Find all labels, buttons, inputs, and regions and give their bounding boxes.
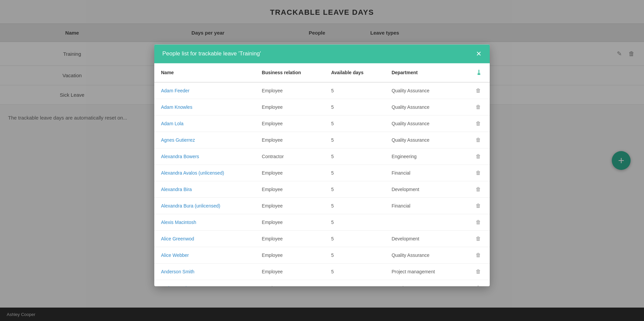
modal-row-available-days: 5: [324, 116, 385, 132]
person-link[interactable]: Andrew Hydon: [161, 285, 192, 286]
modal-table-row: Alexandra Bura (unlicensed)Employee5Fina…: [154, 198, 490, 214]
person-link[interactable]: Anderson Smith: [161, 269, 195, 274]
remove-person-button[interactable]: 🗑: [474, 268, 483, 275]
modal-row-available-days: 5: [324, 231, 385, 247]
modal-row-business: Employee: [255, 165, 325, 181]
modal-header: People list for trackable leave 'Trainin…: [154, 44, 490, 63]
modal-row-department: Quality Assurance: [385, 116, 460, 132]
modal-row-action: 🗑: [460, 99, 490, 116]
modal-col-available-days: Available days: [324, 63, 385, 82]
modal-row-name: Adam Lola: [154, 116, 255, 132]
modal-table-row: Adam KnowlesEmployee5Quality Assurance🗑: [154, 99, 490, 116]
modal-row-action: 🗑: [460, 231, 490, 247]
modal-row-available-days: 5: [324, 214, 385, 231]
person-link[interactable]: Alice Webber: [161, 253, 189, 258]
person-link[interactable]: Alice Greenwod: [161, 236, 194, 241]
modal-col-name: Name: [154, 63, 255, 82]
modal-row-business: Employee: [255, 231, 325, 247]
modal-row-available-days: 5: [324, 165, 385, 181]
modal-row-action: 🗑: [460, 181, 490, 198]
modal-row-action: 🗑: [460, 116, 490, 132]
modal-table-row: Andrew HydonEmployee5Development🗑: [154, 280, 490, 286]
modal-table-header-row: Name Business relation Available days De…: [154, 63, 490, 82]
modal-row-name: Alice Webber: [154, 247, 255, 264]
modal-row-available-days: 5: [324, 132, 385, 148]
modal-row-name: Alexandra Bura (unlicensed): [154, 198, 255, 214]
modal-row-department: Development: [385, 231, 460, 247]
remove-person-button[interactable]: 🗑: [474, 219, 483, 226]
modal-table-row: Anderson SmithEmployee5Project managemen…: [154, 264, 490, 280]
remove-person-button[interactable]: 🗑: [474, 169, 483, 177]
modal-row-business: Employee: [255, 132, 325, 148]
modal-row-action: 🗑: [460, 264, 490, 280]
remove-person-button[interactable]: 🗑: [474, 235, 483, 242]
modal-row-name: Alexis Macintosh: [154, 214, 255, 231]
remove-person-button[interactable]: 🗑: [474, 153, 483, 160]
modal-table-row: Adam LolaEmployee5Quality Assurance🗑: [154, 116, 490, 132]
modal-row-name: Alexandra Avalos (unlicensed): [154, 165, 255, 181]
person-link[interactable]: Adam Knowles: [161, 104, 192, 110]
modal-table-row: Alexandra BiraEmployee5Development🗑: [154, 181, 490, 198]
remove-person-button[interactable]: 🗑: [474, 103, 483, 111]
modal-row-business: Employee: [255, 214, 325, 231]
remove-person-button[interactable]: 🗑: [474, 87, 483, 94]
modal-row-department: Quality Assurance: [385, 82, 460, 99]
modal-table-row: Agnes GutierrezEmployee5Quality Assuranc…: [154, 132, 490, 148]
modal-row-department: Development: [385, 280, 460, 286]
modal-row-department: Quality Assurance: [385, 99, 460, 116]
remove-person-button[interactable]: 🗑: [474, 202, 483, 210]
people-list-modal: People list for trackable leave 'Trainin…: [154, 44, 490, 286]
modal-row-department: Project management: [385, 264, 460, 280]
modal-row-available-days: 5: [324, 247, 385, 264]
modal-row-business: Employee: [255, 280, 325, 286]
person-link[interactable]: Alexis Macintosh: [161, 220, 196, 225]
modal-row-available-days: 5: [324, 148, 385, 165]
modal-row-name: Anderson Smith: [154, 264, 255, 280]
remove-person-button[interactable]: 🗑: [474, 251, 483, 259]
modal-row-action: 🗑: [460, 132, 490, 148]
modal-row-business: Employee: [255, 264, 325, 280]
modal-row-department: Development: [385, 181, 460, 198]
person-link[interactable]: Adam Lola: [161, 121, 183, 126]
modal-row-business: Employee: [255, 198, 325, 214]
modal-row-name: Andrew Hydon: [154, 280, 255, 286]
modal-table-row: Alice WebberEmployee5Quality Assurance🗑: [154, 247, 490, 264]
modal-row-name: Alice Greenwod: [154, 231, 255, 247]
modal-table-row: Alexis MacintoshEmployee5🗑: [154, 214, 490, 231]
modal-col-department: Department: [385, 63, 460, 82]
modal-col-business: Business relation: [255, 63, 325, 82]
modal-row-action: 🗑: [460, 165, 490, 181]
modal-row-business: Employee: [255, 181, 325, 198]
download-icon[interactable]: ⤓: [476, 69, 482, 76]
modal-table-row: Alice GreenwodEmployee5Development🗑: [154, 231, 490, 247]
modal-row-business: Employee: [255, 99, 325, 116]
modal-row-available-days: 5: [324, 99, 385, 116]
modal-row-available-days: 5: [324, 181, 385, 198]
modal-row-department: Engineering: [385, 148, 460, 165]
person-link[interactable]: Alexandra Bira: [161, 187, 192, 192]
remove-person-button[interactable]: 🗑: [474, 284, 483, 286]
modal-row-business: Employee: [255, 116, 325, 132]
modal-close-button[interactable]: ✕: [476, 50, 482, 57]
person-link[interactable]: Alexandra Avalos (unlicensed): [161, 170, 224, 176]
remove-person-button[interactable]: 🗑: [474, 120, 483, 127]
modal-table: Name Business relation Available days De…: [154, 63, 490, 286]
remove-person-button[interactable]: 🗑: [474, 136, 483, 144]
modal-row-business: Contractor: [255, 148, 325, 165]
person-link[interactable]: Alexandra Bowers: [161, 154, 199, 159]
person-link[interactable]: Agnes Gutierrez: [161, 137, 195, 143]
person-link[interactable]: Alexandra Bura (unlicensed): [161, 203, 220, 209]
modal-body[interactable]: Name Business relation Available days De…: [154, 63, 490, 286]
modal-row-department: Financial: [385, 198, 460, 214]
modal-row-department: Quality Assurance: [385, 247, 460, 264]
person-link[interactable]: Adam Feeder: [161, 88, 190, 93]
modal-row-action: 🗑: [460, 82, 490, 99]
modal-row-action: 🗑: [460, 214, 490, 231]
modal-table-row: Adam FeederEmployee5Quality Assurance🗑: [154, 82, 490, 99]
modal-row-name: Adam Knowles: [154, 99, 255, 116]
modal-table-row: Alexandra BowersContractor5Engineering🗑: [154, 148, 490, 165]
modal-col-download: ⤓: [460, 63, 490, 82]
remove-person-button[interactable]: 🗑: [474, 186, 483, 193]
modal-title: People list for trackable leave 'Trainin…: [162, 50, 261, 57]
modal-row-department: Quality Assurance: [385, 132, 460, 148]
